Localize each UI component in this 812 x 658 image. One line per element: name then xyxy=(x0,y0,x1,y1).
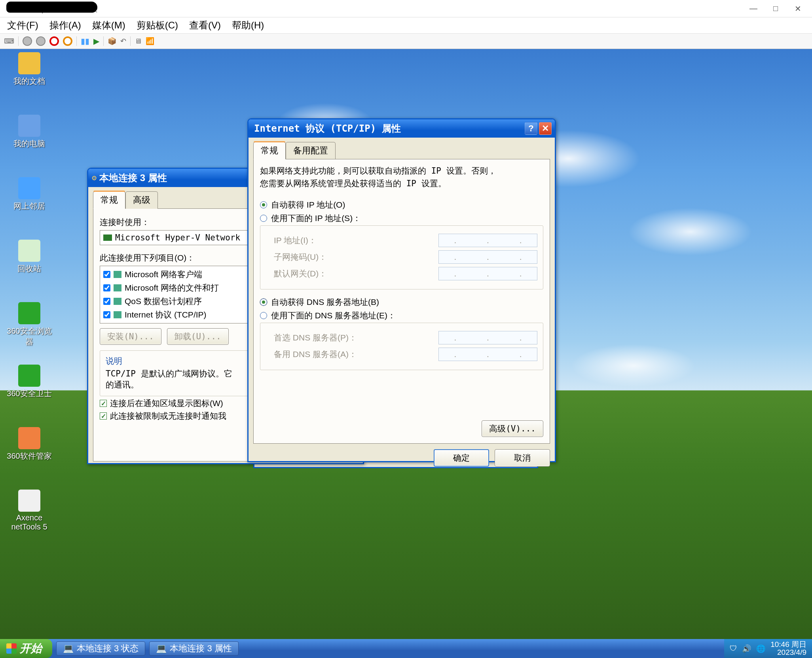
subnet-mask-label: 子网掩码(U)： xyxy=(274,251,327,263)
system-tray[interactable]: 🛡 🔊 🌐 10:46 周日 2023/4/9 xyxy=(724,639,812,658)
radio-auto-ip-label: 自动获得 IP 地址(O) xyxy=(271,199,345,210)
host-toolbar: ⌨ ▮▮ ▶ 📦 ↶ 🖥 📶 xyxy=(0,33,812,49)
tray-icon[interactable]: 🔊 xyxy=(742,644,751,653)
icon-image xyxy=(18,490,40,512)
icon-image xyxy=(18,302,40,324)
menu-clipboard[interactable]: 剪贴板(C) xyxy=(134,17,180,33)
tab-general[interactable]: 常规 xyxy=(253,142,286,159)
uninstall-button[interactable]: 卸载(U)... xyxy=(167,328,229,345)
pause-icon[interactable]: ▮▮ xyxy=(81,36,89,46)
alternate-dns-input: ... xyxy=(438,348,537,361)
menu-file[interactable]: 文件(F) xyxy=(5,17,41,33)
task-label: 本地连接 3 属性 xyxy=(170,643,231,654)
revert-icon[interactable]: ↶ xyxy=(120,37,126,45)
tcpip-titlebar[interactable]: Internet 协议 (TCP/IP) 属性 ? ✕ xyxy=(249,119,555,138)
tcpip-title: Internet 协议 (TCP/IP) 属性 xyxy=(252,122,523,135)
tray-icon[interactable]: 🛡 xyxy=(730,644,737,653)
reset-icon[interactable] xyxy=(63,36,72,46)
gateway-label: 默认网关(D)： xyxy=(274,268,327,279)
item-checkbox[interactable] xyxy=(103,311,110,318)
subnet-mask-input: ... xyxy=(438,250,537,264)
gateway-input: ... xyxy=(438,267,537,280)
desktop-icon-5[interactable]: 360安全卫士 xyxy=(6,365,53,399)
desktop-icon-6[interactable]: 360软件管家 xyxy=(6,427,53,461)
help-button[interactable]: ? xyxy=(525,122,537,135)
enhanced-session-icon[interactable]: 🖥 xyxy=(135,37,142,45)
checkpoint-icon[interactable]: 📦 xyxy=(108,37,116,45)
icon-label: 网上邻居 xyxy=(6,201,53,212)
menu-view[interactable]: 查看(V) xyxy=(187,17,223,33)
item-label: QoS 数据包计划程序 xyxy=(125,296,202,307)
icon-image xyxy=(18,115,40,137)
tray-icon[interactable]: 🌐 xyxy=(756,644,766,653)
radio-auto-dns-label: 自动获得 DNS 服务器地址(B) xyxy=(271,297,379,308)
radio-manual-dns[interactable]: 使用下面的 DNS 服务器地址(E)： xyxy=(260,310,543,321)
taskbar: 开始 💻 本地连接 3 状态 💻 本地连接 3 属性 🛡 🔊 🌐 10:46 周… xyxy=(0,639,812,658)
redaction xyxy=(6,2,97,13)
menu-action[interactable]: 操作(A) xyxy=(47,17,83,33)
power-icon[interactable] xyxy=(23,36,32,46)
ip-address-label: IP 地址(I)： xyxy=(274,235,317,246)
close-button[interactable]: ✕ xyxy=(539,122,552,135)
menu-help[interactable]: 帮助(H) xyxy=(230,17,266,33)
ctrl-alt-del-icon[interactable]: ⌨ xyxy=(4,37,14,45)
radio-auto-dns[interactable]: 自动获得 DNS 服务器地址(B) xyxy=(260,297,543,308)
power-icon[interactable] xyxy=(36,36,46,46)
desktop-icon-4[interactable]: 360安全浏览器 xyxy=(6,302,53,347)
host-titlebar: 上的 Xp - 虚拟机连接 — □ ✕ xyxy=(0,0,812,17)
item-checkbox[interactable] xyxy=(103,284,110,291)
item-checkbox[interactable] xyxy=(103,298,110,305)
desktop-icon-7[interactable]: Axence netTools 5 xyxy=(6,490,53,531)
tab-alternate[interactable]: 备用配置 xyxy=(286,142,336,159)
task-button-properties[interactable]: 💻 本地连接 3 属性 xyxy=(149,641,238,656)
task-label: 本地连接 3 状态 xyxy=(77,643,138,654)
host-maximize-button[interactable]: □ xyxy=(765,3,787,15)
play-icon[interactable]: ▶ xyxy=(93,36,99,46)
item-label: Microsoft 网络客户端 xyxy=(125,269,202,280)
network-icon: 💻 xyxy=(63,643,74,654)
vm-viewport: 我的文档我的电脑网上邻居回收站360安全浏览器360安全卫士360软件管家Axe… xyxy=(0,49,812,658)
time: 10:46 xyxy=(770,640,789,649)
host-title: 上的 Xp - 虚拟机连接 xyxy=(16,3,742,15)
install-button[interactable]: 安装(N)... xyxy=(100,328,161,345)
cancel-button[interactable]: 取消 xyxy=(495,449,550,467)
tab-general[interactable]: 常规 xyxy=(93,191,125,209)
desktop-icon-0[interactable]: 我的文档 xyxy=(6,52,53,87)
desktop-icon-3[interactable]: 回收站 xyxy=(6,240,53,274)
radio-manual-dns-label: 使用下面的 DNS 服务器地址(E)： xyxy=(271,310,396,321)
start-button[interactable]: 开始 xyxy=(0,639,52,658)
nic-icon xyxy=(103,234,112,241)
tcpip-properties-window[interactable]: Internet 协议 (TCP/IP) 属性 ? ✕ 常规 备用配置 如果网络… xyxy=(247,118,556,462)
protocol-icon xyxy=(114,311,121,318)
item-label: Microsoft 网络的文件和打 xyxy=(125,282,219,293)
radio-manual-ip[interactable]: 使用下面的 IP 地址(S)： xyxy=(260,213,543,224)
protocol-icon xyxy=(114,298,121,305)
host-menubar: 文件(F) 操作(A) 媒体(M) 剪贴板(C) 查看(V) 帮助(H) xyxy=(0,17,812,33)
advanced-button[interactable]: 高级(V)... xyxy=(482,420,543,437)
shutdown-icon[interactable] xyxy=(49,36,59,46)
item-checkbox[interactable] xyxy=(103,271,110,278)
host-close-button[interactable]: ✕ xyxy=(787,3,809,15)
desktop-icon-2[interactable]: 网上邻居 xyxy=(6,177,53,212)
start-label: 开始 xyxy=(20,641,42,656)
desktop-icon-1[interactable]: 我的电脑 xyxy=(6,115,53,149)
weekday: 周日 xyxy=(791,640,806,649)
date: 2023/4/9 xyxy=(770,649,806,656)
icon-label: 回收站 xyxy=(6,263,53,274)
alternate-dns-label: 备用 DNS 服务器(A)： xyxy=(274,349,357,360)
icon-label: 360安全卫士 xyxy=(6,388,53,399)
tab-advanced[interactable]: 高级 xyxy=(125,191,158,209)
tcpip-intro: 如果网络支持此功能，则可以获取自动指派的 IP 设置。否则， 您需要从网络系统管… xyxy=(260,165,543,190)
ok-button[interactable]: 确定 xyxy=(434,449,489,467)
clock[interactable]: 10:46 周日 2023/4/9 xyxy=(770,641,806,656)
icon-image xyxy=(18,177,40,199)
icon-label: 我的文档 xyxy=(6,76,53,87)
host-minimize-button[interactable]: — xyxy=(742,3,765,15)
windows-logo-icon xyxy=(6,643,17,654)
radio-manual-ip-label: 使用下面的 IP 地址(S)： xyxy=(271,213,361,224)
protocol-icon xyxy=(114,271,121,278)
share-icon[interactable]: 📶 xyxy=(146,37,154,45)
task-button-status[interactable]: 💻 本地连接 3 状态 xyxy=(56,641,145,656)
menu-media[interactable]: 媒体(M) xyxy=(90,17,128,33)
radio-auto-ip[interactable]: 自动获得 IP 地址(O) xyxy=(260,199,543,210)
